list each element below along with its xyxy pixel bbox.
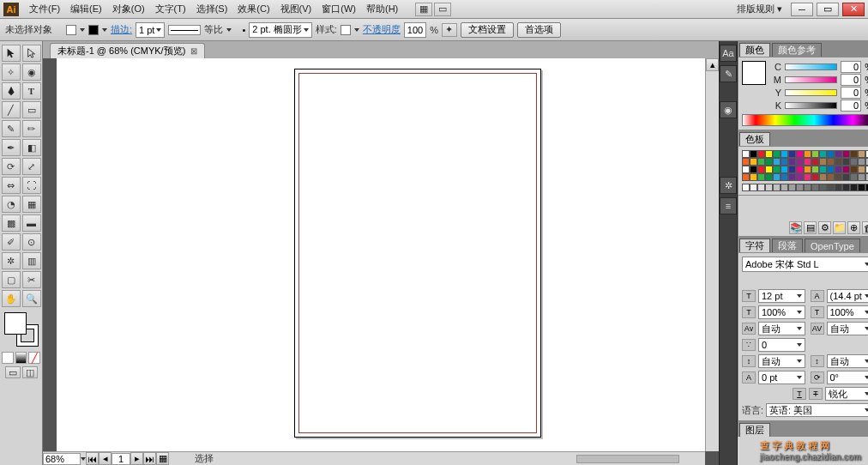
blend-tool[interactable]: ⊙ (22, 233, 41, 251)
swatch-tint[interactable] (811, 184, 819, 191)
swatch-tint[interactable] (819, 184, 827, 191)
stroke-swatch[interactable] (88, 25, 99, 35)
swatch-cell[interactable] (842, 166, 850, 173)
menu-select[interactable]: 选择(S) (191, 3, 233, 15)
document-tab[interactable]: 未标题-1 @ 68% (CMYK/预览) ⊠ (50, 43, 205, 58)
fill-stroke-control[interactable] (4, 312, 39, 347)
canvas-background[interactable] (57, 58, 705, 451)
antialias-field[interactable]: 锐化 (825, 387, 868, 401)
swatch-cell[interactable] (842, 150, 850, 158)
swatch-cell[interactable] (850, 166, 858, 173)
swatch-cell[interactable] (765, 158, 773, 166)
cyan-value[interactable]: 0 (841, 61, 861, 73)
document-tab-close-icon[interactable]: ⊠ (190, 46, 197, 56)
swatch-cell[interactable] (850, 158, 858, 166)
window-minimize-button[interactable]: ─ (791, 3, 813, 16)
draw-normal-icon[interactable]: ▭ (5, 366, 21, 378)
window-close-button[interactable]: ✕ (842, 3, 865, 16)
black-value[interactable]: 0 (841, 100, 861, 112)
swatch-cell[interactable] (788, 166, 796, 173)
arrange-docs-icon[interactable]: ▦ (415, 3, 432, 16)
scroll-up-icon[interactable]: ▴ (706, 58, 719, 71)
akigumi-field[interactable]: 自动 (827, 322, 869, 335)
character-tab[interactable]: 字符 (739, 239, 770, 252)
blob-brush-tool[interactable]: ✒ (2, 139, 21, 156)
swatch-cell[interactable] (858, 158, 865, 166)
swatch-cell[interactable] (850, 173, 858, 181)
swatch-cell[interactable] (742, 150, 750, 158)
magenta-value[interactable]: 0 (841, 74, 861, 86)
leading-field[interactable]: (14.4 pt (827, 289, 869, 303)
artboard[interactable] (294, 69, 541, 438)
next-page-icon[interactable]: ▸ (130, 452, 143, 465)
color-panel-swatch[interactable] (742, 61, 766, 85)
swatch-cell[interactable] (765, 150, 773, 158)
color-spectrum[interactable] (742, 114, 868, 126)
swatch-cell[interactable] (811, 166, 819, 173)
swatch-cell[interactable] (819, 173, 827, 181)
menu-view[interactable]: 视图(V) (275, 3, 317, 15)
width-tool[interactable]: ⇔ (2, 177, 21, 194)
swatch-cell[interactable] (788, 173, 796, 181)
eraser-tool[interactable]: ◧ (22, 139, 41, 156)
swatch-cell[interactable] (750, 150, 757, 158)
swatch-cell[interactable] (796, 150, 804, 158)
vscale-field[interactable]: 100% (827, 305, 869, 319)
magenta-slider[interactable] (785, 76, 837, 83)
swatch-tint[interactable] (827, 184, 835, 191)
swatch-cell[interactable] (858, 166, 865, 173)
swatch-cell[interactable] (796, 158, 804, 166)
swatch-cell[interactable] (796, 166, 804, 173)
swatch-cell[interactable] (827, 150, 835, 158)
stroke-swatch-dropdown-icon[interactable] (102, 28, 107, 32)
black-slider[interactable] (785, 102, 837, 109)
swatch-cell[interactable] (804, 150, 811, 158)
opacity-link[interactable]: 不透明度 (363, 23, 401, 36)
swatch-tint[interactable] (804, 184, 811, 191)
selection-tool[interactable] (2, 45, 21, 62)
cyan-slider[interactable] (785, 63, 837, 70)
swatch-cell[interactable] (781, 166, 788, 173)
swatch-cell[interactable] (835, 150, 842, 158)
slice-tool[interactable]: ✂ (22, 271, 41, 288)
swatch-cell[interactable] (796, 173, 804, 181)
recolor-icon[interactable]: ✦ (442, 23, 457, 37)
paragraph-tab[interactable]: 段落 (772, 239, 803, 252)
font-size-field[interactable]: 12 pt (758, 289, 805, 303)
menu-edit[interactable]: 编辑(E) (65, 3, 107, 15)
swatch-cell[interactable] (742, 158, 750, 166)
swatch-cell[interactable] (773, 173, 781, 181)
menu-object[interactable]: 对象(O) (107, 3, 150, 15)
menu-window[interactable]: 窗口(W) (316, 3, 361, 15)
swatch-cell[interactable] (804, 158, 811, 166)
swatch-cell[interactable] (819, 150, 827, 158)
layers-tab[interactable]: 图层 (739, 423, 770, 437)
menu-file[interactable]: 文件(F) (24, 3, 65, 15)
swatch-cell[interactable] (827, 166, 835, 173)
swatch-cell[interactable] (788, 150, 796, 158)
swatch-tint[interactable] (750, 184, 757, 191)
scale-tool[interactable]: ⤢ (22, 158, 41, 175)
swatches-grayscale-row[interactable] (742, 184, 868, 191)
free-transform-tool[interactable]: ⛶ (22, 177, 41, 194)
swatch-tint[interactable] (850, 184, 858, 191)
swatch-tint[interactable] (773, 184, 781, 191)
menu-effect[interactable]: 效果(C) (232, 3, 274, 15)
swatch-cell[interactable] (835, 166, 842, 173)
page-number-field[interactable]: 1 (112, 453, 130, 465)
fill-color-box[interactable] (4, 312, 27, 335)
magic-wand-tool[interactable]: ✧ (2, 63, 21, 81)
stroke-link[interactable]: 描边: (111, 23, 132, 36)
paintbrush-tool[interactable]: ✎ (2, 120, 21, 137)
perspective-grid-tool[interactable]: ▦ (22, 196, 41, 213)
appearance-panel-icon[interactable]: ◉ (720, 101, 737, 118)
style-swatch[interactable] (341, 25, 351, 35)
graph-tool[interactable]: ▥ (22, 252, 41, 269)
swatches-tab[interactable]: 色板 (739, 132, 770, 146)
pen-tool[interactable] (2, 82, 21, 100)
style-dropdown-icon[interactable] (354, 28, 359, 32)
shift-field[interactable]: 0 pt (758, 371, 805, 384)
swatch-cell[interactable] (788, 158, 796, 166)
baseline2-field[interactable]: 自动 (827, 354, 869, 368)
mesh-tool[interactable]: ▩ (2, 214, 21, 232)
